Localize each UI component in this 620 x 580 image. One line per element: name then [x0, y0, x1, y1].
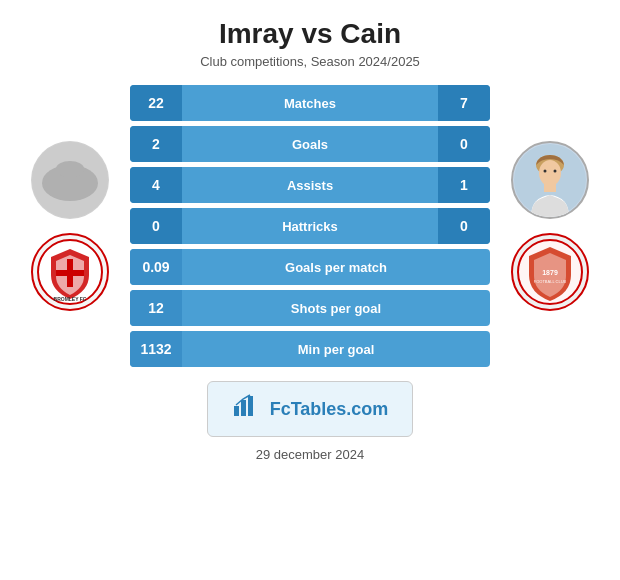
- stat-right-value: 0: [438, 126, 490, 162]
- stat-left-value: 2: [130, 126, 182, 162]
- cain-badge-svg: 1879 FOOTBALL CLUB: [517, 239, 583, 305]
- avatar-imray: [31, 141, 109, 219]
- stat-row: 22 Matches 7: [130, 85, 490, 121]
- stat-right-value: 7: [438, 85, 490, 121]
- stats-container: 22 Matches 7 2 Goals 0 4 Assists 1 0 Hat…: [130, 85, 490, 367]
- bromley-badge-avatar: BROMLEY FC: [31, 233, 109, 311]
- stat-label: Min per goal: [182, 342, 490, 357]
- svg-text:FOOTBALL CLUB: FOOTBALL CLUB: [534, 279, 567, 284]
- stat-row: 1132 Min per goal: [130, 331, 490, 367]
- avatar-cain: [511, 141, 589, 219]
- stat-label: Matches: [182, 96, 438, 111]
- stat-left-value: 22: [130, 85, 182, 121]
- svg-point-9: [539, 160, 561, 186]
- stat-left-value: 0.09: [130, 249, 182, 285]
- stat-right-value: 0: [438, 208, 490, 244]
- svg-rect-18: [248, 396, 253, 416]
- subtitle: Club competitions, Season 2024/2025: [200, 54, 420, 69]
- stat-row: 12 Shots per goal: [130, 290, 490, 326]
- fctables-icon: [232, 392, 260, 426]
- stat-label: Assists: [182, 178, 438, 193]
- stat-label: Shots per goal: [182, 301, 490, 316]
- stat-left-value: 4: [130, 167, 182, 203]
- stat-right-value: 1: [438, 167, 490, 203]
- svg-point-2: [56, 161, 84, 177]
- fctables-banner: FcTables.com: [207, 381, 414, 437]
- svg-text:1879: 1879: [542, 269, 558, 276]
- svg-rect-16: [234, 406, 239, 416]
- stat-row: 0.09 Goals per match: [130, 249, 490, 285]
- stat-label: Goals: [182, 137, 438, 152]
- page-title: Imray vs Cain: [200, 18, 420, 50]
- svg-point-11: [544, 170, 547, 173]
- svg-rect-10: [544, 184, 556, 192]
- svg-rect-17: [241, 400, 246, 416]
- header: Imray vs Cain Club competitions, Season …: [190, 0, 430, 75]
- stat-label: Goals per match: [182, 260, 490, 275]
- cain-avatar-svg: [513, 143, 587, 217]
- right-avatars: 1879 FOOTBALL CLUB: [500, 141, 600, 311]
- stat-label: Hattricks: [182, 219, 438, 234]
- svg-text:BROMLEY FC: BROMLEY FC: [54, 296, 87, 302]
- stat-row: 2 Goals 0: [130, 126, 490, 162]
- stat-left-value: 1132: [130, 331, 182, 367]
- main-content: BROMLEY FC 22 Matches 7 2 Goals 0 4 Assi…: [0, 75, 620, 367]
- svg-point-12: [554, 170, 557, 173]
- svg-rect-5: [56, 270, 84, 276]
- footer-date: 29 december 2024: [256, 447, 364, 462]
- cain-club-badge: 1879 FOOTBALL CLUB: [511, 233, 589, 311]
- stat-row: 0 Hattricks 0: [130, 208, 490, 244]
- bromley-badge-svg: BROMLEY FC: [37, 239, 103, 305]
- fctables-text: FcTables.com: [270, 399, 389, 420]
- stat-row: 4 Assists 1: [130, 167, 490, 203]
- stat-left-value: 12: [130, 290, 182, 326]
- stat-left-value: 0: [130, 208, 182, 244]
- left-avatars: BROMLEY FC: [20, 141, 120, 311]
- imray-avatar-svg: [31, 141, 109, 219]
- chart-icon: [232, 392, 260, 420]
